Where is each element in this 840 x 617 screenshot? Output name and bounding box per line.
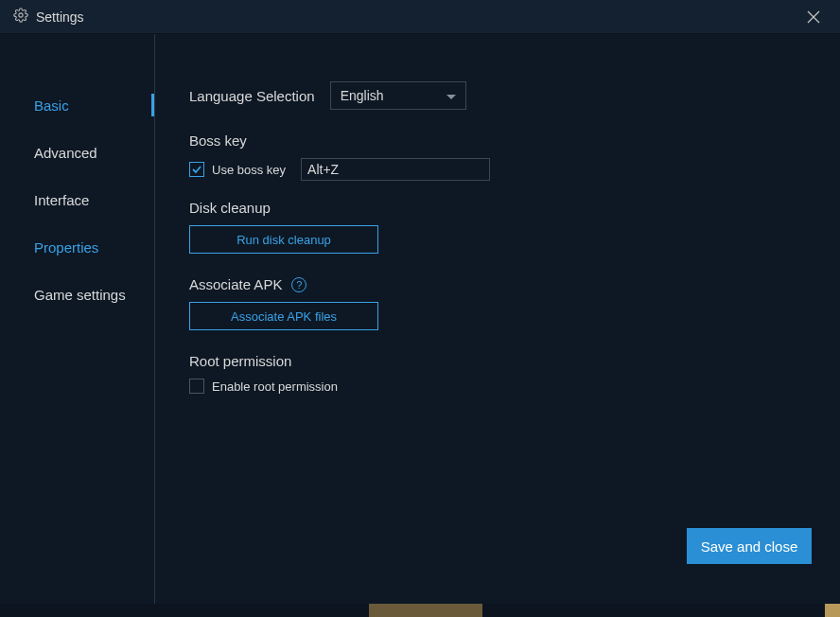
sidebar: Basic Advanced Interface Properties Game…: [0, 34, 155, 617]
disk-cleanup-title: Disk cleanup: [189, 200, 806, 216]
sidebar-item-label: Game settings: [34, 287, 126, 303]
language-label: Language Selection: [189, 88, 315, 104]
sidebar-item-label: Properties: [34, 239, 98, 256]
title-left: Settings: [13, 8, 84, 26]
bosskey-title: Boss key: [189, 132, 806, 149]
language-row: Language Selection English: [189, 81, 806, 110]
language-select[interactable]: English: [330, 81, 466, 110]
bosskey-row: Use boss key: [189, 158, 806, 181]
associate-apk-button[interactable]: Associate APK files: [189, 302, 378, 330]
sidebar-item-interface[interactable]: Interface: [0, 176, 154, 223]
sidebar-item-game-settings[interactable]: Game settings: [0, 271, 154, 318]
sidebar-item-label: Interface: [34, 192, 89, 208]
root-permission-title: Root permission: [189, 353, 806, 369]
window-title: Settings: [36, 9, 84, 25]
sidebar-item-advanced[interactable]: Advanced: [0, 129, 154, 176]
use-boss-key-label: Use boss key: [212, 163, 286, 177]
button-label: Run disk cleanup: [236, 233, 331, 247]
sidebar-item-label: Basic: [34, 97, 69, 114]
check-icon: [191, 164, 202, 175]
help-icon[interactable]: ?: [291, 277, 306, 292]
chevron-down-icon: [446, 88, 456, 103]
main: Basic Advanced Interface Properties Game…: [0, 34, 840, 617]
save-and-close-button[interactable]: Save and close: [687, 528, 812, 564]
root-permission-row: Enable root permission: [189, 379, 806, 394]
run-disk-cleanup-button[interactable]: Run disk cleanup: [189, 225, 378, 254]
sidebar-item-label: Advanced: [34, 145, 97, 161]
svg-point-0: [19, 12, 23, 16]
background-strip: [0, 604, 840, 617]
button-label: Associate APK files: [231, 309, 337, 324]
enable-root-checkbox[interactable]: [189, 379, 204, 394]
button-label: Save and close: [701, 538, 798, 555]
close-button[interactable]: [796, 0, 831, 34]
sidebar-item-properties[interactable]: Properties: [0, 223, 154, 271]
use-boss-key-checkbox[interactable]: [189, 162, 204, 177]
boss-key-shortcut-input[interactable]: [301, 158, 490, 181]
associate-apk-title: Associate APK: [189, 276, 282, 292]
gear-icon: [13, 8, 28, 26]
associate-apk-header: Associate APK ?: [189, 276, 806, 292]
titlebar: Settings: [0, 0, 840, 34]
content: Language Selection English Boss key Use …: [155, 34, 840, 617]
close-icon: [807, 10, 820, 24]
language-value: English: [341, 88, 384, 103]
enable-root-label: Enable root permission: [212, 379, 338, 394]
sidebar-item-basic[interactable]: Basic: [0, 81, 154, 129]
